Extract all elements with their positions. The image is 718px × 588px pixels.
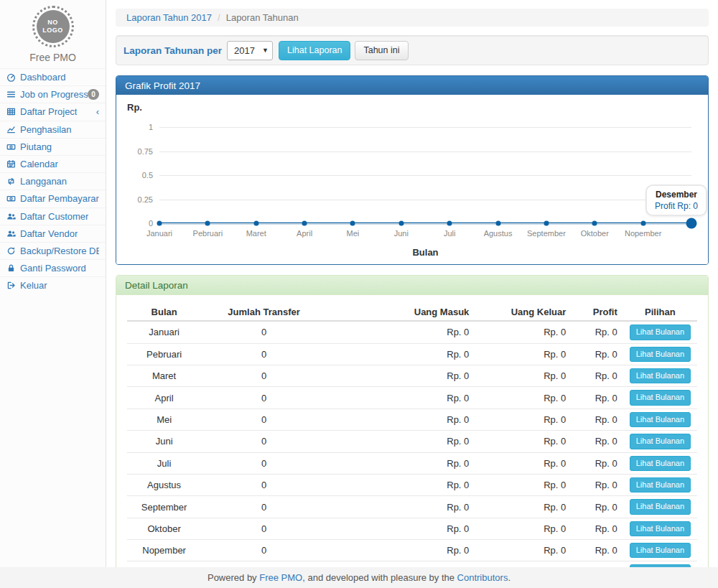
data-point-desember[interactable]: [686, 218, 697, 229]
cell-uang-keluar: Rp. 0: [475, 365, 572, 386]
data-point-april[interactable]: [302, 221, 307, 226]
table-header-row: BulanJumlah TransferUang MasukUang Kelua…: [127, 304, 697, 321]
cell-uang-keluar: Rp. 0: [475, 518, 572, 539]
lihat-bulanan-button[interactable]: Lihat Bulanan: [630, 477, 691, 493]
sidebar-item-piutang[interactable]: Piutang: [0, 138, 106, 155]
x-axis-tick-label: September: [527, 229, 566, 238]
cell-pilihan: Lihat Bulanan: [623, 387, 697, 409]
footer: Powered by Free PMO, and developed with …: [0, 567, 718, 588]
data-point-juli[interactable]: [447, 221, 452, 226]
lihat-bulanan-button[interactable]: Lihat Bulanan: [630, 347, 691, 362]
cell-bulan: Nopember: [127, 540, 201, 561]
table-row-juni: Juni0Rp. 0Rp. 0Rp. 0Lihat Bulanan: [127, 431, 697, 452]
gridline: 0: [159, 223, 691, 224]
lihat-bulanan-button[interactable]: Lihat Bulanan: [630, 543, 691, 558]
y-axis-tick-label: 0.25: [127, 195, 153, 204]
money-icon: [6, 142, 20, 151]
tahun-ini-button[interactable]: Tahun ini: [355, 41, 408, 60]
lock-icon: [6, 263, 20, 273]
chart-tooltip-month: Desember: [655, 190, 698, 200]
sidebar-item-keluar[interactable]: Keluar: [0, 276, 106, 294]
sidebar-item-ganti-password[interactable]: Ganti Password: [0, 259, 106, 276]
sidebar-item-label: Backup/Restore DB: [20, 246, 99, 256]
cell-bulan: Juni: [127, 431, 201, 452]
footer-text: Powered by Free PMO, and developed with …: [208, 572, 510, 583]
sidebar-item-daftar-customer[interactable]: Daftar Customer: [0, 207, 106, 225]
cell-uang-masuk: Rp. 0: [327, 540, 475, 561]
year-filter-label: Laporan Tahunan per: [123, 45, 222, 56]
gridline: 0.25: [159, 200, 691, 200]
sidebar-item-label: Penghasilan: [20, 124, 72, 135]
data-point-pebruari[interactable]: [205, 221, 210, 226]
column-header-jumlah-transfer: Jumlah Transfer: [201, 304, 327, 321]
cell-profit: Rp. 0: [572, 365, 623, 386]
logo-text-line1: NO: [47, 19, 58, 27]
data-point-nopember[interactable]: [640, 221, 645, 226]
users-icon: [6, 229, 20, 238]
lihat-bulanan-button[interactable]: Lihat Bulanan: [630, 390, 691, 405]
cell-pilihan: Lihat Bulanan: [623, 496, 697, 518]
cell-uang-masuk: Rp. 0: [327, 343, 475, 365]
cell-uang-keluar: Rp. 0: [475, 496, 572, 518]
x-axis-labels: JanuariPebruariMaretAprilMeiJuniJuliAgus…: [159, 229, 691, 239]
cell-profit: Rp. 0: [572, 452, 623, 474]
table-row-pebruari: Pebruari0Rp. 0Rp. 0Rp. 0Lihat Bulanan: [127, 343, 697, 365]
chart-plot-area: Desember Profit Rp: 0 10.750.50.250: [159, 127, 691, 223]
cell-jumlah-transfer: 0: [201, 561, 327, 567]
sidebar-item-label: Daftar Vendor: [20, 228, 78, 239]
sidebar-item-label: Keluar: [20, 280, 47, 291]
users-icon: [6, 212, 20, 221]
sidebar-item-daftar-project[interactable]: Daftar Project‹: [0, 103, 106, 120]
cell-bulan: Juli: [127, 452, 201, 474]
year-select[interactable]: 2017 ▼: [227, 41, 273, 60]
lihat-bulanan-button[interactable]: Lihat Bulanan: [630, 325, 691, 340]
cell-uang-masuk: Rp. 0: [327, 409, 475, 430]
data-point-juni[interactable]: [398, 221, 404, 226]
lihat-laporan-button[interactable]: Lihat Laporan: [279, 41, 350, 60]
column-header-bulan: Bulan: [127, 304, 201, 321]
cell-bulan: Desember: [127, 561, 201, 567]
sidebar-item-job-on-progress[interactable]: Job on Progress0: [0, 85, 106, 103]
data-point-september[interactable]: [544, 221, 549, 226]
cell-uang-keluar: Rp. 0: [475, 452, 572, 474]
y-axis-tick-label: 0: [127, 219, 153, 228]
breadcrumb-link-laporan-tahun[interactable]: Laporan Tahun 2017: [126, 12, 212, 23]
x-axis-tick-label: Oktober: [581, 229, 609, 238]
data-point-maret[interactable]: [253, 221, 258, 226]
grafik-profit-panel: Grafik Profit 2017 Rp. Desember Profit R…: [116, 75, 709, 265]
sidebar-item-penghasilan[interactable]: Penghasilan: [0, 121, 106, 138]
sidebar-item-daftar-pembayaran[interactable]: Daftar Pembayaran: [0, 190, 106, 207]
lihat-bulanan-button[interactable]: Lihat Bulanan: [630, 456, 691, 471]
lihat-bulanan-button[interactable]: Lihat Bulanan: [630, 521, 691, 536]
sidebar-item-calendar[interactable]: Calendar: [0, 155, 106, 172]
table-row-oktober: Oktober0Rp. 0Rp. 0Rp. 0Lihat Bulanan: [127, 518, 697, 539]
cell-bulan: April: [127, 387, 201, 409]
lihat-bulanan-button[interactable]: Lihat Bulanan: [630, 499, 691, 514]
sidebar-item-dashboard[interactable]: Dashboard: [0, 68, 106, 85]
data-point-agustus[interactable]: [495, 221, 500, 226]
chart-tooltip: Desember Profit Rp: 0: [645, 185, 707, 216]
cell-profit: Rp. 0: [572, 387, 623, 409]
sidebar: NO LOGO Free PMO DashboardJob on Progres…: [0, 0, 106, 567]
lihat-bulanan-button[interactable]: Lihat Bulanan: [630, 434, 691, 449]
data-point-oktober[interactable]: [592, 221, 597, 226]
table-row-januari: Januari0Rp. 0Rp. 0Rp. 0Lihat Bulanan: [127, 321, 697, 343]
table-row-maret: Maret0Rp. 0Rp. 0Rp. 0Lihat Bulanan: [127, 365, 697, 386]
lihat-bulanan-button[interactable]: Lihat Bulanan: [630, 412, 691, 427]
free-pmo-link[interactable]: Free PMO: [259, 572, 302, 583]
lihat-bulanan-button[interactable]: Lihat Bulanan: [630, 368, 691, 383]
sidebar-item-langganan[interactable]: Langganan: [0, 172, 106, 190]
data-point-mei[interactable]: [350, 221, 355, 226]
select-caret-icon: ▼: [262, 47, 269, 54]
money-icon: [6, 194, 20, 203]
sidebar-item-backup-restore-db[interactable]: Backup/Restore DB: [0, 242, 106, 259]
cell-bulan: Oktober: [127, 518, 201, 539]
cell-uang-keluar: Rp. 0: [475, 561, 572, 567]
retweet-icon: [6, 177, 20, 186]
sidebar-item-daftar-vendor[interactable]: Daftar Vendor: [0, 225, 106, 242]
detail-laporan-panel: Detail Laporan BulanJumlah TransferUang …: [116, 275, 709, 567]
contributors-link[interactable]: Contributors: [457, 572, 508, 583]
cell-uang-keluar: Rp. 0: [475, 540, 572, 561]
cell-profit: Rp. 0: [572, 561, 623, 567]
data-point-januari[interactable]: [157, 221, 162, 226]
